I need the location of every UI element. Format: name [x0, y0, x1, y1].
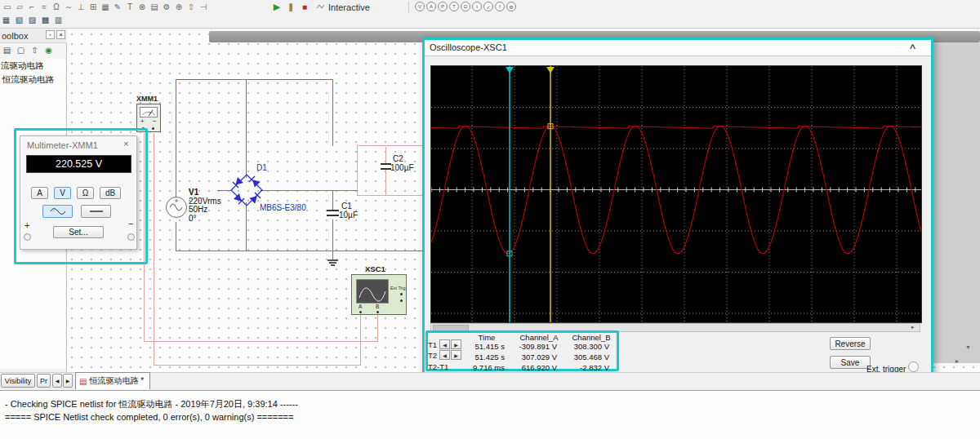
oscilloscope-collapse-button[interactable]: ^ — [910, 42, 915, 54]
ext-trigger-terminal[interactable] — [908, 361, 919, 372]
new-document-icon[interactable]: ▤ — [2, 45, 12, 55]
vertical-scrollbar-arrow[interactable]: ▼ — [965, 344, 971, 350]
v1-ac-source-symbol[interactable] — [166, 197, 187, 218]
step-tool-icon[interactable]: ⊣ — [198, 1, 209, 13]
simulate-stop-button[interactable]: ■ — [299, 1, 310, 13]
list-view-icon[interactable]: ▤ — [149, 1, 160, 13]
toolbar-divider — [0, 28, 980, 29]
toolbox-dock-button[interactable]: ▫ — [46, 30, 55, 39]
readout-value-t2-time: 51.425 s — [461, 353, 513, 363]
multimeter-reading: 220.525 V — [56, 158, 102, 170]
horizontal-scrollbar-arrow[interactable]: ▸ — [956, 357, 959, 365]
place-component-icon[interactable]: ▱ — [14, 1, 25, 13]
refresh-tree-icon[interactable]: ◉ — [43, 45, 54, 55]
document-tab-label: 恒流驱动电路 * — [89, 375, 144, 387]
place-bus-icon[interactable]: ≈ — [38, 1, 50, 13]
multimeter-mode-v-button[interactable]: V — [54, 187, 71, 199]
spice-log-panel: - Checking SPICE netlist for 恒流驱动电路 - 20… — [0, 390, 980, 439]
c1-capacitor-symbol[interactable] — [327, 210, 339, 217]
place-source-icon[interactable]: ∼ — [63, 1, 74, 13]
readout-value-t1-cha: -309.891 V — [513, 342, 565, 353]
tab-visibility[interactable]: Visibility — [1, 374, 35, 388]
grid-toggle-icon[interactable]: ⊞ — [87, 1, 99, 13]
oscilloscope-titlebar[interactable]: Oscilloscope-XSC1 ^ — [425, 40, 931, 56]
zoom-full-icon[interactable]: ▦ — [1, 15, 11, 25]
reverse-button[interactable]: Reverse — [830, 337, 871, 350]
document-tab[interactable]: ▤ 恒流驱动电路 * — [75, 372, 150, 389]
wizard-tool-icon[interactable]: ⇧ — [185, 1, 197, 13]
multimeter-dc-mode-button[interactable] — [81, 205, 111, 218]
multimeter-mode-ω-button[interactable]: Ω — [77, 187, 94, 199]
zoom-selection-icon[interactable]: ▩ — [40, 15, 51, 25]
place-ground-icon[interactable]: ⊥ — [75, 1, 87, 13]
scope-screen[interactable] — [430, 65, 922, 323]
readout-header: Channel_A — [513, 333, 565, 342]
multimeter-set-button[interactable]: Set... — [53, 226, 104, 238]
document-icon: ▤ — [79, 377, 87, 386]
wire-segment — [332, 220, 333, 251]
xsc1-label: XSC1 — [365, 264, 385, 273]
probe-frequency-icon[interactable]: f — [495, 2, 505, 11]
save-button[interactable]: Save — [830, 356, 871, 369]
zoom-tool-icon[interactable]: ⊕ — [173, 1, 185, 13]
place-wire-icon[interactable]: ⌐ — [26, 1, 38, 13]
oscilloscope-title: Oscilloscope-XSC1 — [430, 42, 507, 52]
multimeter-plus-terminal[interactable] — [24, 233, 31, 241]
secondary-toolbar: ▦▧▨▩▥ — [1, 15, 64, 25]
scope-cursor-2[interactable] — [546, 66, 555, 322]
wire-segment — [176, 79, 176, 197]
log-line-2: ===== SPICE Netlist check completed, 0 e… — [5, 412, 293, 422]
probe-impedance-icon[interactable]: Ω — [461, 2, 470, 11]
tab-scroll-left-button[interactable]: ◀ — [52, 374, 62, 388]
multimeter-close-button[interactable]: × — [123, 139, 128, 149]
probe-current-icon[interactable]: A — [426, 2, 436, 11]
probe-voltage-icon[interactable]: V — [415, 2, 425, 11]
multimeter-minus-terminal[interactable] — [127, 233, 135, 241]
probe-power-icon[interactable]: P — [438, 2, 448, 11]
scope-cursor-1[interactable] — [506, 66, 514, 322]
zoom-sheet-icon[interactable]: ▨ — [27, 15, 38, 25]
simulate-pause-button[interactable]: ∥ — [285, 1, 296, 13]
probe-differential-icon[interactable]: T — [449, 2, 459, 11]
probe-settings-icon[interactable]: ⚙ — [506, 2, 516, 11]
interactive-simulation-select[interactable]: Interactive — [328, 2, 370, 12]
zoom-area-icon[interactable]: ▧ — [14, 15, 24, 25]
toolbox-close-button[interactable]: × — [56, 30, 65, 39]
wire-segment — [360, 315, 361, 366]
tree-item[interactable]: 流驱动电路 — [0, 59, 65, 73]
select-tool-icon[interactable]: ▭ — [2, 1, 13, 13]
oscilloscope-instrument-icon[interactable]: Ext Trig A B — [351, 274, 407, 315]
d1-part-label: MB6S-E3/80 — [260, 203, 306, 212]
multimeter-minus-terminal-label: − — [128, 219, 133, 228]
d1-label: D1 — [256, 163, 267, 172]
multimeter-ac-mode-button[interactable] — [42, 205, 73, 218]
breadboard-view-icon[interactable]: ⊗ — [136, 1, 148, 13]
text-tool-icon[interactable]: T — [124, 1, 136, 13]
tab-scroll-right-button[interactable]: ▶ — [63, 374, 73, 388]
scope-scroll-right-arrow[interactable]: ▸ — [911, 324, 915, 330]
wire-segment — [144, 341, 378, 342]
wire-segment — [385, 170, 386, 195]
open-document-icon[interactable]: ▢ — [16, 45, 26, 55]
cursor-t1-left-button[interactable]: ◀ — [439, 339, 450, 349]
probe-reference-icon[interactable]: ✓ — [483, 2, 493, 11]
place-resistor-icon[interactable]: Ω — [51, 1, 62, 13]
probe-gain-icon[interactable]: t — [472, 2, 482, 11]
annotation-tool-icon[interactable]: ✎ — [112, 1, 123, 13]
multimeter-mode-a-button[interactable]: A — [31, 187, 48, 199]
multimeter-mode-db-button[interactable]: dB — [100, 187, 121, 199]
cursor-t2-left-button[interactable]: ◀ — [439, 350, 450, 360]
simulate-run-button[interactable]: ▶ — [271, 1, 283, 13]
zoom-fit-icon[interactable]: ▥ — [53, 15, 64, 25]
tree-item[interactable]: 恒流驱动电路 — [0, 73, 65, 86]
toolbox-title: oolbox — [2, 31, 28, 41]
tab-project[interactable]: Pr — [37, 374, 51, 388]
wire-segment — [176, 79, 247, 80]
wire-segment — [246, 79, 333, 80]
settings-tool-icon[interactable]: ⚙ — [161, 1, 172, 13]
move-up-icon[interactable]: ⇧ — [29, 45, 40, 55]
readout-value-t1-chb: 308.300 V — [565, 342, 617, 353]
spreadsheet-view-icon[interactable]: ▦ — [100, 1, 111, 13]
xmm1-label: XMM1 — [136, 95, 158, 103]
interactive-icon — [316, 2, 326, 12]
